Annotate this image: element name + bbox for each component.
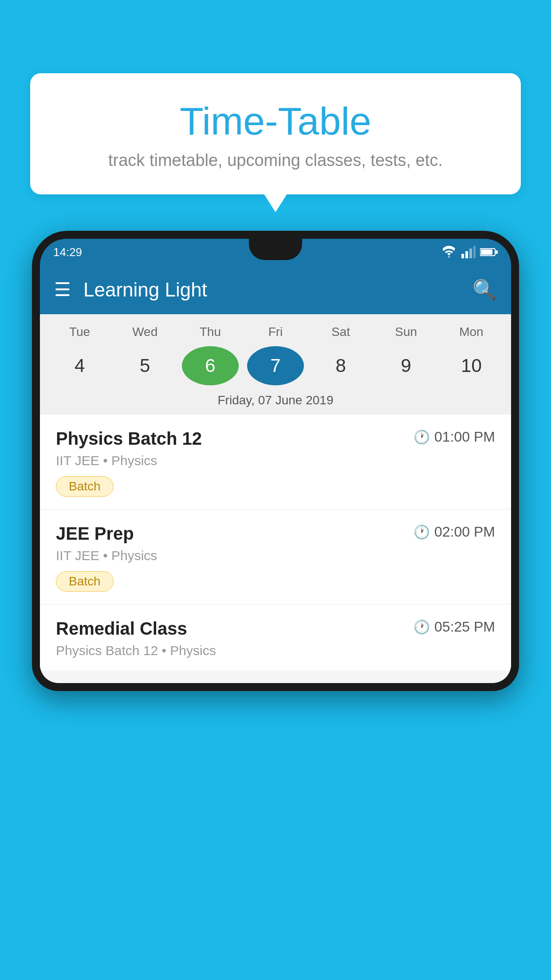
phone-outer: 14:29 [32, 231, 519, 691]
app-bar-title: Learning Light [83, 279, 472, 301]
class-item-2-top: JEE Prep 🕐 02:00 PM [56, 524, 495, 544]
date-4[interactable]: 4 [51, 346, 108, 385]
class-name-1: Physics Batch 12 [56, 429, 202, 449]
date-8[interactable]: 8 [312, 346, 369, 385]
day-name-thu[interactable]: Thu [182, 325, 239, 339]
calendar-strip: Tue Wed Thu Fri Sat Sun Mon 4 5 6 7 8 9 … [40, 314, 511, 415]
class-time-text-2: 02:00 PM [434, 524, 495, 540]
day-name-sat[interactable]: Sat [312, 325, 369, 339]
day-name-sun[interactable]: Sun [378, 325, 434, 339]
selected-date-label: Friday, 07 June 2019 [40, 391, 511, 415]
tooltip-card: Time-Table track timetable, upcoming cla… [30, 73, 521, 194]
class-item-3-top: Remedial Class 🕐 05:25 PM [56, 619, 495, 639]
search-icon[interactable]: 🔍 [472, 278, 497, 301]
date-10[interactable]: 10 [443, 346, 500, 385]
tooltip-title: Time-Table [52, 100, 499, 143]
hamburger-icon[interactable]: ☰ [54, 281, 71, 299]
svg-rect-2 [469, 249, 472, 258]
batch-badge-2[interactable]: Batch [56, 571, 114, 592]
svg-rect-3 [473, 246, 476, 258]
class-list: Physics Batch 12 🕐 01:00 PM IIT JEE • Ph… [40, 415, 511, 671]
clock-icon-3: 🕐 [413, 619, 430, 635]
class-time-3: 🕐 05:25 PM [413, 619, 495, 635]
class-meta-2: IIT JEE • Physics [56, 548, 495, 563]
signal-icon [461, 246, 476, 258]
clock-icon-2: 🕐 [413, 524, 430, 540]
status-bar: 14:29 [40, 239, 511, 265]
class-item-1[interactable]: Physics Batch 12 🕐 01:00 PM IIT JEE • Ph… [40, 415, 511, 510]
class-item-3[interactable]: Remedial Class 🕐 05:25 PM Physics Batch … [40, 605, 511, 671]
class-meta-3: Physics Batch 12 • Physics [56, 643, 495, 658]
class-item-2[interactable]: JEE Prep 🕐 02:00 PM IIT JEE • Physics Ba… [40, 510, 511, 605]
date-6-today[interactable]: 6 [182, 346, 239, 385]
svg-rect-5 [481, 249, 492, 255]
day-numbers-row: 4 5 6 7 8 9 10 [40, 343, 511, 391]
wifi-icon [441, 246, 457, 258]
day-name-fri[interactable]: Fri [247, 325, 304, 339]
day-name-wed[interactable]: Wed [117, 325, 173, 339]
phone-screen: ☰ Learning Light 🔍 Tue Wed Thu Fri Sat S… [40, 265, 511, 683]
day-names-row: Tue Wed Thu Fri Sat Sun Mon [40, 321, 511, 343]
status-icons [441, 246, 498, 258]
date-9[interactable]: 9 [378, 346, 434, 385]
tooltip-subtitle: track timetable, upcoming classes, tests… [52, 151, 499, 170]
phone-mockup: 14:29 [32, 231, 519, 980]
date-7-selected[interactable]: 7 [247, 346, 304, 385]
app-bar: ☰ Learning Light 🔍 [40, 265, 511, 314]
battery-icon [480, 247, 498, 257]
class-name-3: Remedial Class [56, 619, 187, 639]
status-time: 14:29 [53, 245, 82, 259]
class-name-2: JEE Prep [56, 524, 134, 544]
class-time-2: 🕐 02:00 PM [413, 524, 495, 540]
day-name-tue[interactable]: Tue [51, 325, 108, 339]
class-time-text-3: 05:25 PM [434, 619, 495, 635]
day-name-mon[interactable]: Mon [443, 325, 500, 339]
phone-bottom-edge [40, 671, 511, 683]
class-meta-1: IIT JEE • Physics [56, 453, 495, 468]
svg-rect-0 [461, 254, 464, 258]
class-time-1: 🕐 01:00 PM [413, 429, 495, 445]
clock-icon-1: 🕐 [413, 429, 430, 445]
batch-badge-1[interactable]: Batch [56, 476, 114, 497]
class-item-1-top: Physics Batch 12 🕐 01:00 PM [56, 429, 495, 449]
class-time-text-1: 01:00 PM [434, 429, 495, 445]
date-5[interactable]: 5 [117, 346, 173, 385]
svg-rect-6 [496, 250, 498, 254]
svg-rect-1 [465, 251, 468, 258]
